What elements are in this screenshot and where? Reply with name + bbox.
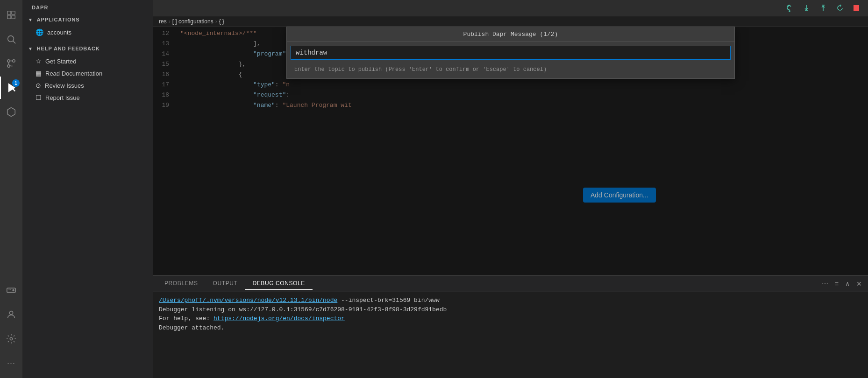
svg-point-4 xyxy=(8,36,14,42)
debug-step-out-button[interactable] xyxy=(817,2,830,14)
activity-bar-remote[interactable] xyxy=(0,279,22,301)
svg-rect-20 xyxy=(854,5,859,11)
editor-wrapper: 12 "<node_internals>/**" 13 ], 14 "progr… xyxy=(153,27,868,378)
terminal-line-2: Debugger listening on ws://127.0.0.1:315… xyxy=(159,305,862,315)
activity-bar: 1 ··· xyxy=(0,0,22,378)
svg-rect-1 xyxy=(12,11,15,14)
sidebar-item-get-started[interactable]: ☆ Get Started xyxy=(22,55,153,67)
activity-bar-run-debug[interactable]: 1 xyxy=(0,77,22,99)
debugger-listening-text: Debugger listening on ws://127.0.0.1:315… xyxy=(159,306,447,313)
activity-bar-source-control[interactable] xyxy=(0,52,22,75)
book-icon: ▦ xyxy=(36,70,42,77)
issue-icon: ⊙ xyxy=(36,82,41,89)
accounts-label: accounts xyxy=(47,29,71,36)
breadcrumb-item-obj[interactable]: { } xyxy=(219,18,224,25)
debug-step-into-button[interactable] xyxy=(800,2,813,14)
sidebar-item-read-docs[interactable]: ▦ Read Documentation xyxy=(22,67,153,79)
panel-more-actions-button[interactable]: ⋯ xyxy=(819,279,831,289)
breadcrumb-item-res[interactable]: res xyxy=(159,18,167,25)
star-icon: ☆ xyxy=(36,57,42,65)
svg-point-6 xyxy=(7,60,10,63)
sidebar: DAPR ▼ APPLICATIONS 🌐 accounts ▼ HELP AN… xyxy=(22,0,153,378)
main-area: res › [ ] configurations › { } 12 "<node… xyxy=(153,0,868,378)
svg-rect-2 xyxy=(7,15,11,19)
sidebar-item-accounts[interactable]: 🌐 accounts xyxy=(22,26,153,38)
svg-line-5 xyxy=(13,41,15,43)
svg-point-13 xyxy=(9,311,13,315)
tab-problems[interactable]: PROBLEMS xyxy=(157,277,206,290)
for-help-text: For help, see: xyxy=(159,315,213,322)
activity-bar-more[interactable]: ··· xyxy=(0,352,22,374)
globe-icon: 🌐 xyxy=(36,28,43,36)
panel-tabs: PROBLEMS OUTPUT DEBUG CONSOLE ⋯ ≡ ∧ ✕ xyxy=(153,276,868,292)
activity-bar-search[interactable] xyxy=(0,28,22,50)
nodejs-inspector-link[interactable]: https://nodejs.org/en/docs/inspector xyxy=(213,315,345,322)
terminal-line-1: /Users/phoff/.nvm/versions/node/v12.13.1… xyxy=(159,296,862,305)
panel: PROBLEMS OUTPUT DEBUG CONSOLE ⋯ ≡ ∧ ✕ /U… xyxy=(153,275,868,378)
editor-area[interactable]: 12 "<node_internals>/**" 13 ], 14 "progr… xyxy=(153,27,868,275)
debug-step-over-button[interactable] xyxy=(783,2,796,14)
svg-point-7 xyxy=(13,60,15,63)
terminal-line-4: Debugger attached. xyxy=(159,323,862,333)
debug-restart-button[interactable] xyxy=(833,2,847,14)
svg-rect-3 xyxy=(12,15,15,19)
dialog-hint: Enter the topic to publish (Press 'Enter… xyxy=(287,63,734,78)
sidebar-item-review-issues[interactable]: ⊙ Review Issues xyxy=(22,79,153,91)
dialog-box: Publish Dapr Message (1/2) Enter the top… xyxy=(286,27,735,79)
help-section-label: HELP AND FEEDBACK xyxy=(37,46,100,51)
panel-close-button[interactable]: ✕ xyxy=(854,279,864,289)
activity-bar-bottom: ··· xyxy=(0,279,22,378)
read-docs-label: Read Documentation xyxy=(45,70,102,77)
tab-debug-console[interactable]: DEBUG CONSOLE xyxy=(245,277,313,290)
get-started-label: Get Started xyxy=(45,58,76,65)
applications-section-label: APPLICATIONS xyxy=(37,17,80,22)
terminal-text-1: --inspect-brk=31569 bin/www xyxy=(337,297,439,304)
terminal-line-3: For help, see: https://nodejs.org/en/doc… xyxy=(159,314,862,323)
applications-chevron: ▼ xyxy=(28,17,33,22)
tab-output[interactable]: OUTPUT xyxy=(206,277,245,290)
dialog-title: Publish Dapr Message (1/2) xyxy=(287,27,734,42)
help-section-header[interactable]: ▼ HELP AND FEEDBACK xyxy=(22,42,153,55)
svg-point-12 xyxy=(13,290,14,291)
svg-line-10 xyxy=(13,89,15,91)
debugger-attached-text: Debugger attached. xyxy=(159,324,224,331)
report-issue-label: Report Issue xyxy=(45,94,80,101)
applications-section-header[interactable]: ▼ APPLICATIONS xyxy=(22,13,153,26)
dialog-input-row xyxy=(287,42,734,63)
panel-tab-actions: ⋯ ≡ ∧ ✕ xyxy=(819,279,864,289)
panel-toggle-wrap-button[interactable]: ≡ xyxy=(832,279,841,289)
panel-content: /Users/phoff/.nvm/versions/node/v12.13.1… xyxy=(153,292,868,378)
breadcrumb-sep-1: › xyxy=(169,18,171,25)
activity-bar-explorer[interactable] xyxy=(0,4,22,26)
svg-rect-0 xyxy=(7,11,11,14)
topic-input[interactable] xyxy=(291,46,731,60)
breadcrumb: res › [ ] configurations › { } xyxy=(153,16,868,27)
breadcrumb-sep-2: › xyxy=(215,18,217,25)
comment-icon: ☐ xyxy=(36,94,42,101)
sidebar-title: DAPR xyxy=(22,0,153,13)
activity-bar-settings[interactable] xyxy=(0,328,22,350)
node-path-link[interactable]: /Users/phoff/.nvm/versions/node/v12.13.1… xyxy=(159,297,337,304)
svg-point-14 xyxy=(10,337,13,340)
top-toolbar xyxy=(153,0,868,16)
review-issues-label: Review Issues xyxy=(45,82,84,89)
panel-maximize-button[interactable]: ∧ xyxy=(843,279,852,289)
activity-bar-accounts[interactable] xyxy=(0,303,22,326)
activity-bar-extensions[interactable] xyxy=(0,101,22,123)
debug-stop-button[interactable] xyxy=(850,3,862,13)
breadcrumb-item-configurations[interactable]: [ ] configurations xyxy=(172,18,213,25)
dialog-overlay: Publish Dapr Message (1/2) Enter the top… xyxy=(153,27,868,275)
sidebar-item-report-issue[interactable]: ☐ Report Issue xyxy=(22,91,153,104)
help-chevron: ▼ xyxy=(28,46,33,51)
debug-badge: 1 xyxy=(12,79,20,87)
